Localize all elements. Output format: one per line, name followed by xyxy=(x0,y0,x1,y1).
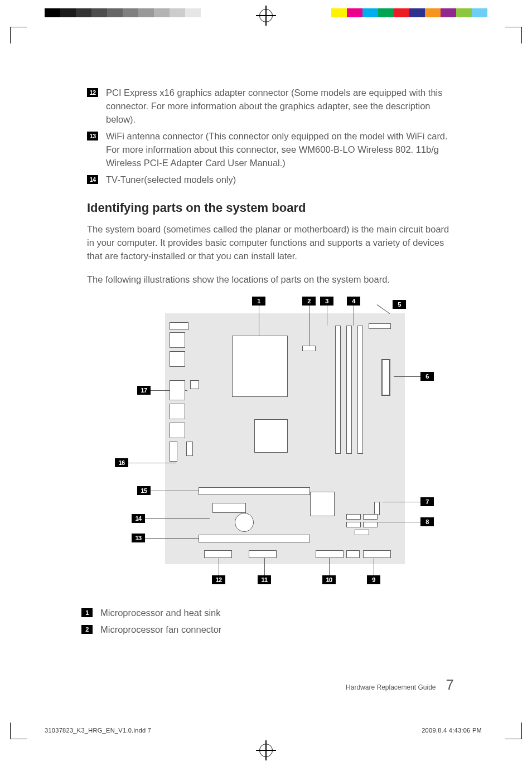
body-paragraph: The following illustrations show the loc… xyxy=(87,273,455,287)
list-item: 14 TV-Tuner(selected models only) xyxy=(87,173,455,187)
body-paragraph: The system board (sometimes called the p… xyxy=(87,223,455,263)
sata-connector-icon xyxy=(363,514,378,520)
io-port-icon xyxy=(170,442,177,462)
list-item-text: Microprocessor and heat sink xyxy=(100,607,455,620)
header-connector-icon xyxy=(249,550,277,558)
io-port-icon xyxy=(170,322,188,330)
imposition-slug-left: 31037823_K3_HRG_EN_V1.0.indd 7 xyxy=(45,727,151,734)
sata-connector-icon xyxy=(355,530,369,535)
io-port-icon xyxy=(170,423,185,438)
section-heading: Identifying parts on the system board xyxy=(87,201,455,215)
system-board-diagram: 1 2 3 4 5 6 7 8 9 10 11 12 13 14 15 16 xyxy=(115,297,427,598)
callout-12: 12 xyxy=(212,575,225,584)
crosshair-icon xyxy=(256,6,276,26)
callout-5: 5 xyxy=(393,300,406,309)
io-port-icon xyxy=(170,380,185,400)
dimm-slot-icon xyxy=(357,326,363,454)
jumper-icon xyxy=(374,502,380,515)
callout-number-box: 12 xyxy=(87,88,98,97)
callout-9: 9 xyxy=(367,575,380,584)
pci-slot-icon xyxy=(199,487,310,495)
page-footer: Hardware Replacement Guide 7 xyxy=(346,676,454,694)
callout-11: 11 xyxy=(258,575,271,584)
pci-slot-icon xyxy=(199,535,310,542)
io-port-icon xyxy=(170,351,185,367)
callout-1: 1 xyxy=(252,297,265,306)
callout-number-box: 14 xyxy=(87,175,98,184)
page-content: 12 PCI Express x16 graphics adapter conn… xyxy=(87,86,455,640)
list-item: 1 Microprocessor and heat sink xyxy=(81,607,455,620)
grayscale-bar xyxy=(45,8,201,17)
power-connector-icon xyxy=(381,359,390,396)
small-chip-icon xyxy=(186,442,193,456)
header-connector-icon xyxy=(363,550,391,558)
header-connector-icon xyxy=(346,550,360,558)
continued-numbered-list: 12 PCI Express x16 graphics adapter conn… xyxy=(87,86,455,186)
connector-icon xyxy=(212,503,246,513)
callout-3: 3 xyxy=(320,297,333,306)
color-bar xyxy=(331,8,487,17)
sata-connector-icon xyxy=(346,514,361,520)
list-item-text: PCI Express x16 graphics adapter connect… xyxy=(106,86,455,127)
callout-number-box: 1 xyxy=(81,608,93,617)
sata-connector-icon xyxy=(346,522,361,527)
diagram-key-list: 1 Microprocessor and heat sink 2 Micropr… xyxy=(81,607,455,637)
chip-icon xyxy=(254,419,288,453)
dimm-slot-icon xyxy=(346,326,352,454)
callout-number-box: 2 xyxy=(81,625,93,634)
list-item-text: WiFi antenna connector (This connector o… xyxy=(106,130,455,170)
io-port-icon xyxy=(170,404,185,419)
callout-number-box: 13 xyxy=(87,132,98,140)
callout-14: 14 xyxy=(132,514,145,523)
dimm-slot-icon xyxy=(335,326,341,454)
imposition-slug-right: 2009.8.4 4:43:06 PM xyxy=(422,727,482,734)
header-connector-icon xyxy=(204,550,232,558)
battery-icon xyxy=(235,513,254,532)
list-item: 2 Microprocessor fan connector xyxy=(81,623,455,637)
crop-mark xyxy=(10,723,27,739)
callout-15: 15 xyxy=(137,486,151,495)
crop-mark xyxy=(10,27,27,43)
sata-connector-icon xyxy=(363,522,378,527)
crop-mark xyxy=(505,27,522,43)
page-number: 7 xyxy=(446,676,454,694)
callout-6: 6 xyxy=(420,372,434,381)
callout-13: 13 xyxy=(132,534,145,542)
callout-7: 7 xyxy=(420,497,434,506)
fan-connector-icon xyxy=(302,346,316,351)
chip-icon xyxy=(310,492,335,516)
io-port-icon xyxy=(170,332,185,348)
callout-4: 4 xyxy=(347,297,360,306)
crosshair-icon xyxy=(256,740,276,760)
list-item-text: TV-Tuner(selected models only) xyxy=(106,173,455,187)
small-chip-icon xyxy=(190,380,199,389)
connector-icon xyxy=(369,323,391,329)
callout-2: 2 xyxy=(302,297,316,306)
callout-16: 16 xyxy=(115,458,128,467)
list-item-text: Microprocessor fan connector xyxy=(100,623,455,637)
callout-10: 10 xyxy=(322,575,336,584)
footer-title: Hardware Replacement Guide xyxy=(346,683,436,691)
cpu-heatsink-icon xyxy=(232,336,288,397)
list-item: 13 WiFi antenna connector (This connecto… xyxy=(87,130,455,170)
registration-marks-bottom xyxy=(0,740,532,760)
callout-17: 17 xyxy=(137,386,151,395)
callout-8: 8 xyxy=(420,517,434,526)
crop-mark xyxy=(505,723,522,739)
registration-marks-top xyxy=(0,6,532,26)
header-connector-icon xyxy=(316,550,344,558)
list-item: 12 PCI Express x16 graphics adapter conn… xyxy=(87,86,455,127)
